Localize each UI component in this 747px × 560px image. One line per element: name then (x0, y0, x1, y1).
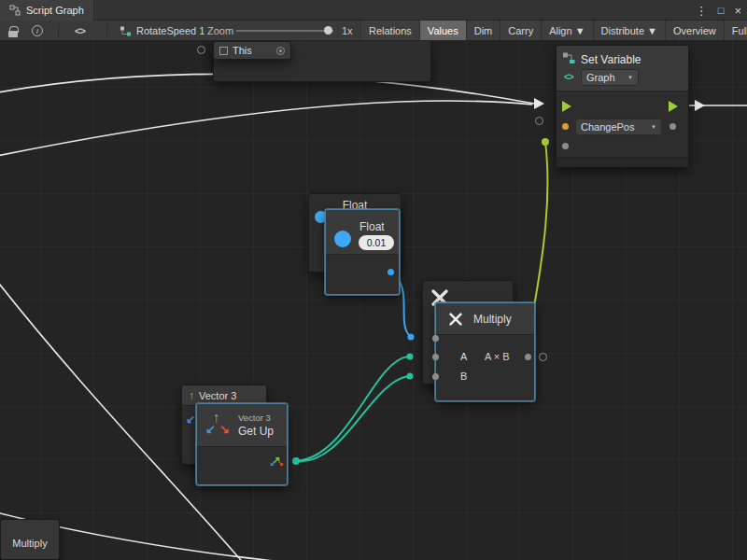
caret-down-icon: ▼ (651, 124, 656, 130)
set-variable-title: Set Variable (581, 53, 641, 66)
variable-node-icon (562, 51, 576, 65)
node-get-up[interactable]: ↑ ↙ ↘ Vector 3 Get Up ↗ ↙ ↘ (196, 403, 288, 485)
unity-script-graph-window: This Set Variable <> Graph ▼ ChangePos ▼ (0, 0, 747, 560)
multiply-output-dot[interactable] (525, 354, 531, 360)
this-node-label: This (233, 45, 252, 56)
tab-script-graph[interactable]: Script Graph (0, 0, 94, 21)
graph-icon (120, 25, 132, 37)
window-close-icon[interactable]: × (734, 4, 741, 18)
multiply-input-port-a[interactable] (432, 354, 439, 360)
fullscreen-button[interactable]: Full Screen (724, 21, 747, 40)
overview-button[interactable]: Overview (665, 21, 724, 40)
dim-button[interactable]: Dim (466, 21, 500, 40)
float-title: Float (359, 220, 385, 233)
variable-name-label: ChangePos (581, 121, 635, 133)
float-output-port[interactable] (388, 269, 394, 275)
script-graph-icon (9, 5, 21, 16)
zoom-value: 1x (342, 21, 353, 41)
control-input-port[interactable] (562, 101, 571, 112)
align-dropdown-button[interactable]: Align ▼ (541, 21, 592, 40)
node-multiply-corner[interactable]: Multiply (0, 519, 60, 560)
variable-kind-dropdown[interactable]: Graph ▼ (581, 69, 639, 86)
object-input-port[interactable] (535, 117, 543, 125)
get-up-type-label: Vector 3 (238, 413, 271, 423)
multiply-icon (447, 311, 464, 328)
tab-label: Script Graph (26, 5, 84, 16)
zoom-slider[interactable] (236, 30, 333, 32)
graph-toolbar: i <> RotateSpeed 1 Zoom 1x Relations Val… (0, 21, 747, 41)
result-label: A × B (485, 351, 510, 362)
down-right-arrow-icon: ↘ (277, 460, 284, 468)
relations-button[interactable]: Relations (360, 21, 419, 40)
node-float[interactable]: Float 0.01 (325, 209, 400, 295)
corner-node-title: Multiply (1, 520, 59, 549)
node-this[interactable]: This (213, 41, 291, 60)
input-b-label: B (460, 371, 467, 382)
carry-button[interactable]: Carry (500, 21, 541, 40)
multiply-input-port-b[interactable] (432, 373, 439, 380)
multiply-title: Multiply (473, 313, 512, 326)
node-set-variable[interactable]: Set Variable <> Graph ▼ ChangePos ▼ (556, 45, 689, 168)
info-icon[interactable]: i (32, 25, 43, 36)
node-footer (557, 157, 688, 167)
float-icon (334, 231, 351, 247)
control-output-port[interactable] (669, 101, 678, 112)
values-button[interactable]: Values (419, 21, 466, 40)
input-a-label: A (460, 351, 467, 362)
window-controls: ⋮ □ × (696, 0, 741, 21)
toolbar-separator (106, 24, 107, 37)
graph-name: RotateSpeed 1 (136, 25, 204, 36)
vector3-back-title: Vector 3 (199, 390, 236, 401)
zoom-label: Zoom (207, 21, 233, 41)
graph-breadcrumb[interactable]: RotateSpeed 1 (120, 21, 204, 41)
toolbar-separator (58, 24, 59, 37)
down-left-arrow-icon: ↙ (186, 413, 195, 425)
variable-value-port[interactable] (562, 123, 569, 130)
window-menu-icon[interactable]: ⋮ (696, 4, 708, 18)
this-input-port[interactable] (197, 46, 205, 54)
up-arrow-icon: ↑ (189, 390, 194, 401)
window-maximize-icon[interactable]: □ (718, 5, 725, 16)
variable-kind-label: Graph (586, 72, 615, 83)
code-icon: <> (564, 72, 573, 82)
port-inner-dot (279, 49, 282, 52)
multiply-output-port[interactable] (539, 353, 547, 361)
toolbar-buttons: Relations Values Dim Carry Align ▼ Distr… (360, 21, 747, 40)
zoom-slider-thumb[interactable] (324, 26, 332, 35)
variable-output-dot[interactable] (669, 123, 676, 130)
multiply-input-port-0[interactable] (432, 335, 439, 342)
caret-down-icon: ▼ (627, 75, 633, 80)
variable-name-dropdown[interactable]: ChangePos ▼ (575, 119, 662, 135)
lock-icon[interactable] (8, 31, 18, 37)
code-icon[interactable]: <> (75, 25, 85, 36)
node-multiply[interactable]: Multiply A A × B B (435, 302, 535, 401)
down-left-arrow-icon: ↙ (205, 423, 216, 435)
tab-bar: Script Graph ⋮ □ × (0, 0, 747, 21)
value-input-port[interactable] (562, 143, 569, 149)
down-right-arrow-icon: ↘ (219, 423, 230, 435)
this-output-port[interactable] (276, 47, 285, 55)
float-value-field[interactable]: 0.01 (359, 235, 394, 250)
gameobject-cube-icon (219, 47, 228, 55)
vector3-output-icon[interactable]: ↗ ↙ ↘ (270, 455, 285, 469)
down-left-arrow-icon: ↙ (270, 460, 276, 468)
float-value: 0.01 (367, 237, 386, 248)
distribute-dropdown-button[interactable]: Distribute ▼ (593, 21, 665, 40)
get-up-title: Get Up (238, 425, 274, 438)
